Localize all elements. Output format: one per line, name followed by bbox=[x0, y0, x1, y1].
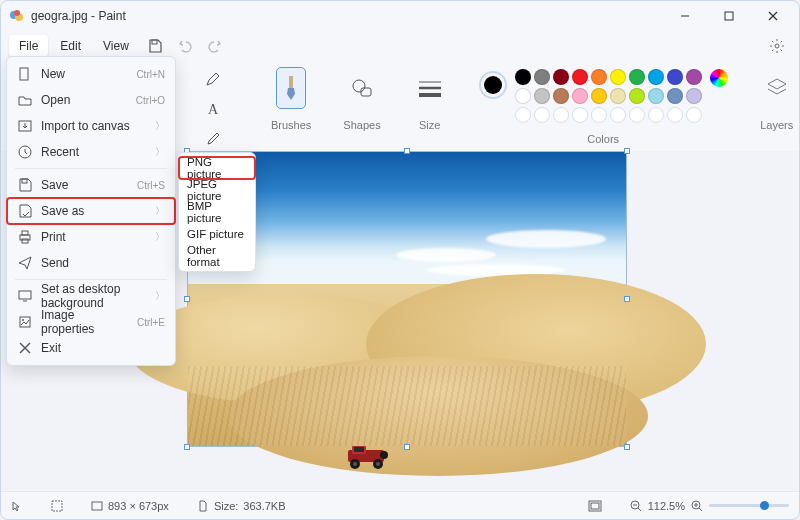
send-icon bbox=[17, 255, 33, 271]
svg-rect-26 bbox=[20, 68, 28, 80]
color-swatch[interactable] bbox=[667, 88, 683, 104]
resize-handle[interactable] bbox=[184, 296, 190, 302]
saveas-option[interactable]: PNG picture bbox=[179, 157, 255, 179]
canvas-dimensions: 893 × 673px bbox=[91, 500, 169, 512]
menu-edit[interactable]: Edit bbox=[50, 35, 91, 57]
file-menu-open[interactable]: OpenCtrl+O bbox=[7, 87, 175, 113]
file-menu-send[interactable]: Send bbox=[7, 250, 175, 276]
minimize-button[interactable] bbox=[663, 1, 707, 31]
color-swatch[interactable] bbox=[591, 69, 607, 85]
svg-rect-29 bbox=[22, 179, 27, 183]
file-menu-saveas[interactable]: Save as〉 bbox=[7, 198, 175, 224]
resize-handle[interactable] bbox=[624, 444, 630, 450]
new-icon bbox=[17, 66, 33, 82]
size-tool[interactable] bbox=[413, 67, 447, 109]
file-menu-save[interactable]: SaveCtrl+S bbox=[7, 172, 175, 198]
settings-button[interactable] bbox=[763, 33, 791, 59]
file-menu-import[interactable]: Import to canvas〉 bbox=[7, 113, 175, 139]
resize-handle[interactable] bbox=[624, 148, 630, 154]
chevron-right-icon: 〉 bbox=[155, 230, 165, 244]
props-icon bbox=[17, 314, 33, 330]
file-menu-recent[interactable]: Recent〉 bbox=[7, 139, 175, 165]
color-swatch-empty[interactable] bbox=[591, 107, 607, 123]
zoom-value: 112.5% bbox=[648, 500, 685, 512]
layers-button[interactable] bbox=[760, 67, 794, 109]
zoom-fit-button[interactable] bbox=[588, 500, 602, 512]
brush-tool[interactable] bbox=[276, 67, 306, 109]
menu-view[interactable]: View bbox=[93, 35, 139, 57]
shapes-tool[interactable] bbox=[345, 67, 379, 109]
file-menu-props[interactable]: Image propertiesCtrl+E bbox=[7, 309, 175, 335]
color-swatch[interactable] bbox=[515, 88, 531, 104]
color-swatch[interactable] bbox=[610, 88, 626, 104]
menu-file[interactable]: File bbox=[9, 35, 48, 57]
size-value: 363.7KB bbox=[243, 500, 285, 512]
zoom-in-button[interactable] bbox=[691, 500, 703, 512]
zoom-slider[interactable] bbox=[709, 504, 789, 507]
saveas-option[interactable]: BMP picture bbox=[179, 201, 255, 223]
color-swatch[interactable] bbox=[534, 69, 550, 85]
file-menu-desk[interactable]: Set as desktop background〉 bbox=[7, 283, 175, 309]
svg-rect-39 bbox=[52, 501, 62, 511]
color-swatch[interactable] bbox=[686, 69, 702, 85]
color-swatch-empty[interactable] bbox=[572, 107, 588, 123]
close-button[interactable] bbox=[751, 1, 795, 31]
color-swatch[interactable] bbox=[667, 69, 683, 85]
file-menu-exit[interactable]: Exit bbox=[7, 335, 175, 361]
undo-button[interactable] bbox=[171, 33, 199, 59]
text-tool[interactable]: A bbox=[201, 97, 225, 121]
desk-icon bbox=[17, 288, 33, 304]
redo-button[interactable] bbox=[201, 33, 229, 59]
color-swatch[interactable] bbox=[572, 88, 588, 104]
color-swatch[interactable] bbox=[534, 88, 550, 104]
chevron-right-icon: 〉 bbox=[155, 145, 165, 159]
eyedropper-tool[interactable] bbox=[201, 127, 225, 151]
color-swatch-empty[interactable] bbox=[629, 107, 645, 123]
selection-size bbox=[51, 500, 63, 512]
color-swatch-empty[interactable] bbox=[610, 107, 626, 123]
pencil-tool[interactable] bbox=[201, 67, 225, 91]
resize-handle[interactable] bbox=[404, 148, 410, 154]
color-swatch[interactable] bbox=[610, 69, 626, 85]
color-swatch-empty[interactable] bbox=[515, 107, 531, 123]
color-swatch-empty[interactable] bbox=[534, 107, 550, 123]
color-swatch[interactable] bbox=[686, 88, 702, 104]
color-swatch[interactable] bbox=[629, 88, 645, 104]
saveas-option[interactable]: JPEG picture bbox=[179, 179, 255, 201]
window-controls bbox=[663, 1, 795, 31]
color-swatch[interactable] bbox=[629, 69, 645, 85]
resize-handle[interactable] bbox=[184, 444, 190, 450]
resize-handle[interactable] bbox=[624, 296, 630, 302]
color-swatch[interactable] bbox=[515, 69, 531, 85]
saveas-submenu: PNG pictureJPEG pictureBMP pictureGIF pi… bbox=[178, 152, 256, 272]
shortcut-hint: Ctrl+S bbox=[137, 180, 165, 191]
saveas-option[interactable]: Other format bbox=[179, 245, 255, 267]
file-menu-print[interactable]: Print〉 bbox=[7, 224, 175, 250]
color-swatch-empty[interactable] bbox=[553, 107, 569, 123]
color-swatch[interactable] bbox=[648, 88, 664, 104]
import-icon bbox=[17, 118, 33, 134]
file-menu-label: Exit bbox=[41, 341, 165, 355]
edit-colors-button[interactable] bbox=[710, 69, 728, 87]
color-swatch[interactable] bbox=[591, 88, 607, 104]
color-swatch-empty[interactable] bbox=[667, 107, 683, 123]
svg-rect-35 bbox=[20, 317, 30, 327]
saveas-option[interactable]: GIF picture bbox=[179, 223, 255, 245]
resize-handle[interactable] bbox=[404, 444, 410, 450]
color-swatch[interactable] bbox=[553, 88, 569, 104]
canvas-host bbox=[187, 151, 787, 467]
color-swatch[interactable] bbox=[648, 69, 664, 85]
svg-point-24 bbox=[376, 462, 380, 466]
file-menu-new[interactable]: NewCtrl+N bbox=[7, 61, 175, 87]
file-menu-label: Image properties bbox=[41, 308, 129, 336]
color-swatch[interactable] bbox=[572, 69, 588, 85]
dimensions-text: 893 × 673px bbox=[108, 500, 169, 512]
color-swatch-empty[interactable] bbox=[648, 107, 664, 123]
current-color[interactable] bbox=[479, 71, 507, 99]
zoom-out-button[interactable] bbox=[630, 500, 642, 512]
shortcut-hint: Ctrl+E bbox=[137, 317, 165, 328]
title-filename: geogra.jpg bbox=[31, 9, 88, 23]
color-swatch[interactable] bbox=[553, 69, 569, 85]
color-swatch-empty[interactable] bbox=[686, 107, 702, 123]
maximize-button[interactable] bbox=[707, 1, 751, 31]
